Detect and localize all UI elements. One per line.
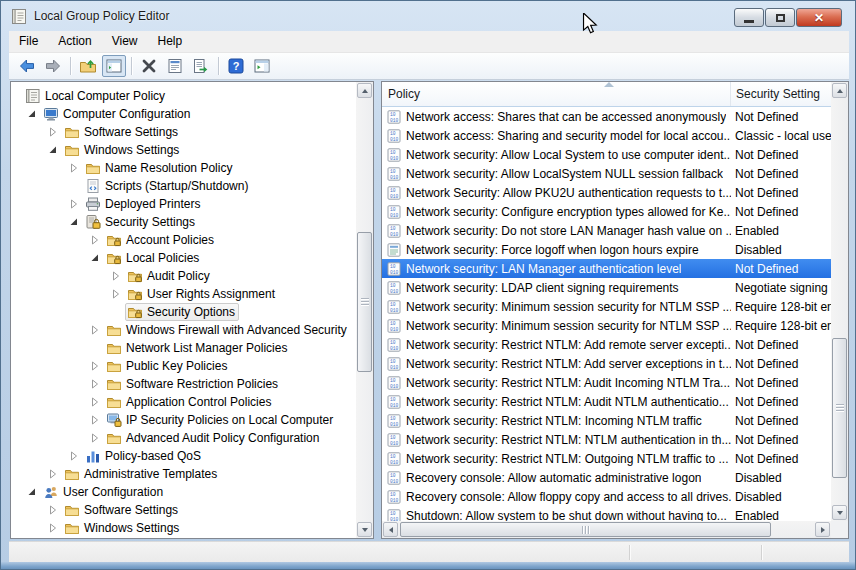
help-button[interactable]: ? xyxy=(224,55,248,77)
titlebar[interactable]: Local Group Policy Editor ✕ xyxy=(1,1,855,31)
tree-item[interactable]: Local Computer Policy xyxy=(11,87,356,105)
policy-row[interactable]: 10010Network security: Restrict NTLM: Ou… xyxy=(382,449,831,468)
delete-button[interactable] xyxy=(137,55,161,77)
expand-icon[interactable] xyxy=(69,451,83,461)
up-one-level-button[interactable] xyxy=(76,55,100,77)
list-scroll-left-button[interactable] xyxy=(383,522,398,537)
list-scroll-up-button[interactable] xyxy=(832,83,847,98)
tree-item[interactable]: IP Security Policies on Local Computer xyxy=(11,411,356,429)
list-hscrollbar-thumb[interactable] xyxy=(400,522,771,537)
tree-item[interactable]: Advanced Audit Policy Configuration xyxy=(11,429,356,447)
menu-file[interactable]: File xyxy=(9,31,48,52)
back-button[interactable] xyxy=(15,55,39,77)
tree-item[interactable]: Deployed Printers xyxy=(11,195,356,213)
tree-item[interactable]: Software Restriction Policies xyxy=(11,375,356,393)
policy-row[interactable]: 10010Network security: Allow Local Syste… xyxy=(382,145,831,164)
expand-icon[interactable] xyxy=(90,325,104,335)
tree-item[interactable]: Software Settings xyxy=(11,123,356,141)
tree-item[interactable]: Application Control Policies xyxy=(11,393,356,411)
expand-icon[interactable] xyxy=(90,415,104,425)
policy-row[interactable]: 10010Network security: Minimum session s… xyxy=(382,297,831,316)
restore-button[interactable] xyxy=(765,8,795,27)
collapse-icon[interactable] xyxy=(69,217,83,227)
expand-icon[interactable] xyxy=(69,163,83,173)
tree-item[interactable]: Administrative Templates xyxy=(11,537,356,538)
expand-icon[interactable] xyxy=(48,127,62,137)
policy-row[interactable]: Network security: Force logoff when logo… xyxy=(382,240,831,259)
policy-row[interactable]: 10010Network security: Restrict NTLM: NT… xyxy=(382,430,831,449)
expand-icon[interactable] xyxy=(48,505,62,515)
tree-item[interactable]: Account Policies xyxy=(11,231,356,249)
policy-row[interactable]: 10010Network access: Sharing and securit… xyxy=(382,126,831,145)
tree-item[interactable]: Public Key Policies xyxy=(11,357,356,375)
column-header-security-setting[interactable]: Security Setting xyxy=(731,82,831,106)
tree-item[interactable]: Local Policies xyxy=(11,249,356,267)
show-action-pane-button[interactable] xyxy=(250,55,274,77)
tree-item[interactable]: Security Settings xyxy=(11,213,356,231)
tree-item[interactable]: Audit Policy xyxy=(11,267,356,285)
tree-item[interactable]: Windows Firewall with Advanced Security xyxy=(11,321,356,339)
tree-item[interactable]: User Rights Assignment xyxy=(11,285,356,303)
tree-item[interactable]: Security Options xyxy=(11,303,356,321)
expand-icon[interactable] xyxy=(69,199,83,209)
minimize-button[interactable] xyxy=(734,8,764,27)
collapse-icon[interactable] xyxy=(27,487,41,497)
expand-icon[interactable] xyxy=(48,469,62,479)
collapse-icon[interactable] xyxy=(27,109,41,119)
policy-row[interactable]: 10010Network security: Minimum session s… xyxy=(382,316,831,335)
tree-item[interactable]: Windows Settings xyxy=(11,519,356,537)
list-scrollbar-thumb[interactable] xyxy=(832,338,847,478)
tree-item[interactable]: Windows Settings xyxy=(11,141,356,159)
policy-row[interactable]: 10010Network security: Do not store LAN … xyxy=(382,221,831,240)
policy-row[interactable]: 10010Network Security: Allow PKU2U authe… xyxy=(382,183,831,202)
policy-row[interactable]: 10010Recovery console: Allow floppy copy… xyxy=(382,487,831,506)
expand-icon[interactable] xyxy=(111,289,125,299)
policy-row[interactable]: 10010Network security: Restrict NTLM: Ad… xyxy=(382,354,831,373)
tree-item[interactable]: Policy-based QoS xyxy=(11,447,356,465)
properties-button[interactable] xyxy=(163,55,187,77)
policy-row[interactable]: 10010Network access: Shares that can be … xyxy=(382,107,831,126)
tree-item[interactable]: Administrative Templates xyxy=(11,465,356,483)
show-console-tree-button[interactable] xyxy=(102,55,126,77)
tree-scroll-up-button[interactable] xyxy=(357,83,372,98)
expand-icon[interactable] xyxy=(90,379,104,389)
expand-icon[interactable] xyxy=(111,271,125,281)
close-button[interactable]: ✕ xyxy=(796,8,842,27)
policy-row[interactable]: 10010Recovery console: Allow automatic a… xyxy=(382,468,831,487)
menu-view[interactable]: View xyxy=(102,31,148,52)
expand-icon[interactable] xyxy=(90,235,104,245)
policy-row[interactable]: 10010Network security: LDAP client signi… xyxy=(382,278,831,297)
expand-icon[interactable] xyxy=(90,397,104,407)
expand-icon[interactable] xyxy=(90,433,104,443)
column-header-policy[interactable]: Policy xyxy=(382,82,731,106)
tree-item[interactable]: Network List Manager Policies xyxy=(11,339,356,357)
policy-row[interactable]: 10010Network security: Restrict NTLM: Ad… xyxy=(382,335,831,354)
tree-scroll-down-button[interactable] xyxy=(357,522,372,537)
tree-vertical-scrollbar[interactable] xyxy=(356,82,373,538)
list-vertical-scrollbar[interactable] xyxy=(831,82,848,521)
tree-item[interactable]: Name Resolution Policy xyxy=(11,159,356,177)
policy-row[interactable]: 10010Network security: LAN Manager authe… xyxy=(382,259,831,278)
list-scroll-down-button[interactable] xyxy=(832,505,847,520)
export-list-button[interactable] xyxy=(189,55,213,77)
policy-row[interactable]: 10010Network security: Restrict NTLM: Au… xyxy=(382,373,831,392)
tree-item[interactable]: Software Settings xyxy=(11,501,356,519)
policy-row[interactable]: 10010Network security: Configure encrypt… xyxy=(382,202,831,221)
list-scroll-right-button[interactable] xyxy=(815,522,830,537)
policy-row[interactable]: 10010Network security: Restrict NTLM: In… xyxy=(382,411,831,430)
policy-row[interactable]: 10010Shutdown: Allow system to be shut d… xyxy=(382,506,831,522)
tree-item[interactable]: User Configuration xyxy=(11,483,356,501)
tree-item[interactable]: Computer Configuration xyxy=(11,105,356,123)
policy-row[interactable]: 10010Network security: Restrict NTLM: Au… xyxy=(382,392,831,411)
menu-action[interactable]: Action xyxy=(48,31,101,52)
forward-button[interactable] xyxy=(41,55,65,77)
policy-row[interactable]: 10010Network security: Allow LocalSystem… xyxy=(382,164,831,183)
menu-help[interactable]: Help xyxy=(148,31,193,52)
tree-scrollbar-thumb[interactable] xyxy=(357,232,372,372)
expand-icon[interactable] xyxy=(48,523,62,533)
tree-item[interactable]: Scripts (Startup/Shutdown) xyxy=(11,177,356,195)
list-horizontal-scrollbar[interactable] xyxy=(382,521,831,538)
expand-icon[interactable] xyxy=(90,361,104,371)
collapse-icon[interactable] xyxy=(90,253,104,263)
collapse-icon[interactable] xyxy=(48,145,62,155)
